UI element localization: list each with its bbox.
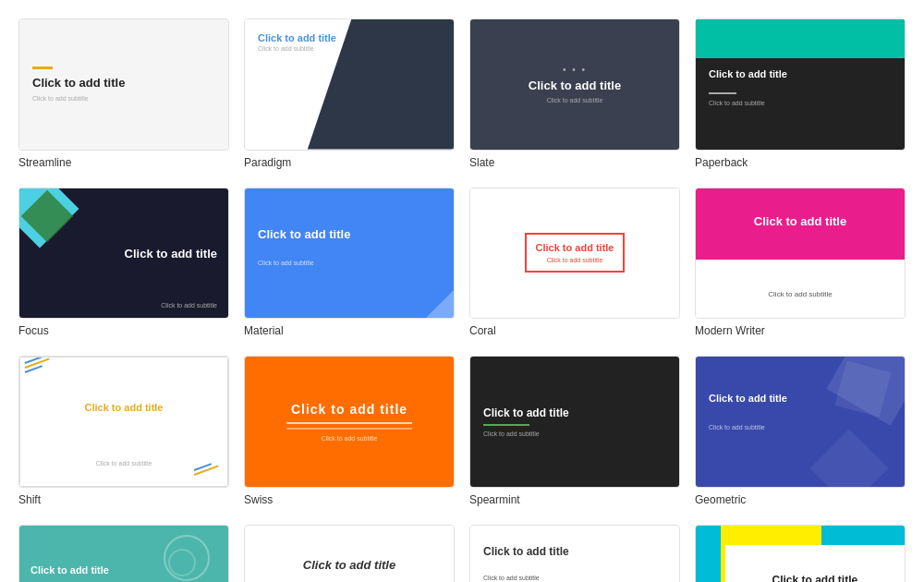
slate-dots: • • • [563, 65, 587, 75]
streamline-subtitle: Click to add subtitle [32, 95, 89, 102]
template-label-material: Material [244, 324, 455, 337]
template-item-beach-day[interactable]: Click to add title Click to add subtitle… [244, 525, 455, 583]
swiss-line1 [286, 422, 412, 424]
paperback-subtitle: Click to add subtitle [709, 100, 765, 106]
template-label-paperback: Paperback [695, 156, 906, 169]
template-item-focus[interactable]: Click to add title Click to add subtitle… [18, 188, 229, 338]
material-corner [426, 290, 454, 318]
template-thumb-beach-day[interactable]: Click to add title Click to add subtitle [244, 525, 455, 583]
template-label-shift: Shift [18, 493, 229, 506]
template-item-spearmint[interactable]: Click to add title Click to add subtitle… [469, 356, 680, 506]
coral-subtitle: Click to add subtitle [536, 257, 614, 263]
template-item-paradigm[interactable]: Click to add title Click to add subtitle… [244, 18, 455, 169]
template-grid: Click to add title Click to add subtitle… [18, 18, 906, 582]
template-item-modern-writer[interactable]: Click to add title Click to add subtitle… [695, 188, 906, 338]
template-thumb-focus[interactable]: Click to add title Click to add subtitle [18, 188, 229, 320]
template-item-shift[interactable]: Click to add title Click to add subtitle… [18, 356, 229, 506]
template-label-slate: Slate [469, 156, 680, 169]
paperback-title: Click to add title [709, 68, 787, 79]
template-item-material[interactable]: Click to add title Click to add subtitle… [244, 188, 455, 338]
paradigm-subtitle: Click to add subtitle [258, 45, 314, 52]
template-thumb-shift[interactable]: Click to add title Click to add subtitle [18, 356, 229, 488]
template-thumb-coral[interactable]: Click to add title Click to add subtitle [469, 188, 680, 320]
template-thumb-paradigm[interactable]: Click to add title Click to add subtitle [244, 18, 455, 151]
shift-subtitle: Click to add subtitle [96, 460, 152, 467]
template-item-coral[interactable]: Click to add title Click to add subtitle… [469, 188, 680, 338]
spearmint-line [483, 424, 529, 426]
shift-title: Click to add title [85, 402, 164, 413]
coral-title: Click to add title [536, 242, 614, 253]
template-item-momentum[interactable]: Click to add title Click to add subtitle… [18, 525, 229, 583]
pop-left-stripe [696, 526, 721, 583]
momentum-title: Click to add title [30, 564, 109, 576]
template-item-paperback[interactable]: Click to add title Click to add subtitle… [695, 18, 906, 169]
geometric-title: Click to add title [709, 393, 787, 404]
beachday-title: Click to add title [303, 558, 395, 572]
template-item-slate[interactable]: • • • Click to add title Click to add su… [469, 18, 680, 169]
plum-title: Click to add title [483, 545, 569, 558]
template-thumb-plum[interactable]: Click to add title Click to add subtitle [469, 525, 680, 583]
template-thumb-spearmint[interactable]: Click to add title Click to add subtitle [469, 356, 680, 488]
template-thumb-modern-writer[interactable]: Click to add title Click to add subtitle [695, 188, 906, 320]
template-thumb-slate[interactable]: • • • Click to add title Click to add su… [469, 18, 680, 151]
pop-title: Click to add title [772, 574, 857, 582]
template-label-modern-writer: Modern Writer [695, 324, 906, 337]
template-item-streamline[interactable]: Click to add title Click to add subtitle… [18, 18, 229, 169]
spearmint-subtitle: Click to add subtitle [483, 430, 540, 437]
paperback-line [709, 92, 736, 94]
template-thumb-streamline[interactable]: Click to add title Click to add subtitle [18, 18, 229, 151]
streamline-title: Click to add title [32, 76, 125, 90]
template-thumb-paperback[interactable]: Click to add title Click to add subtitle [695, 18, 906, 151]
focus-subtitle: Click to add subtitle [161, 302, 217, 309]
modernwriter-title: Click to add title [709, 214, 892, 228]
paperback-top-bar [696, 19, 905, 58]
paradigm-title: Click to add title [258, 32, 336, 43]
template-label-coral: Coral [469, 324, 680, 337]
streamline-accent-line [32, 67, 53, 69]
slate-subtitle: Click to add subtitle [547, 97, 603, 103]
template-thumb-swiss[interactable]: Click to add title Click to add subtitle [244, 356, 455, 488]
template-item-swiss[interactable]: Click to add title Click to add subtitle… [244, 356, 455, 506]
spearmint-title: Click to add title [483, 406, 569, 419]
template-label-swiss: Swiss [244, 493, 455, 506]
coral-box: Click to add title Click to add subtitle [525, 233, 626, 273]
swiss-title: Click to add title [291, 402, 407, 417]
focus-title: Click to add title [125, 246, 217, 260]
shift-lines-bottom-right [194, 469, 220, 479]
swiss-line2 [286, 428, 412, 430]
shift-lines-top-left [25, 362, 57, 376]
slate-title: Click to add title [529, 79, 621, 92]
template-label-focus: Focus [18, 324, 229, 337]
momentum-circle2 [168, 549, 196, 576]
template-thumb-material[interactable]: Click to add title Click to add subtitle [244, 188, 455, 320]
template-item-plum[interactable]: Click to add title Click to add subtitle… [469, 525, 680, 583]
template-label-paradigm: Paradigm [244, 156, 455, 169]
material-title: Click to add title [258, 227, 350, 241]
template-item-geometric[interactable]: Click to add title Click to add subtitle… [695, 356, 906, 506]
template-label-geometric: Geometric [695, 493, 906, 506]
template-thumb-momentum[interactable]: Click to add title Click to add subtitle [18, 525, 229, 583]
swiss-subtitle: Click to add subtitle [322, 435, 378, 442]
template-thumb-geometric[interactable]: Click to add title Click to add subtitle [695, 356, 906, 488]
material-subtitle: Click to add subtitle [258, 260, 314, 266]
template-label-spearmint: Spearmint [469, 493, 680, 506]
geometric-shape3 [810, 429, 889, 486]
pop-white-box: Click to add title [725, 545, 905, 582]
template-item-pop[interactable]: Click to add title Click to add subtitle… [695, 525, 906, 583]
template-thumb-pop[interactable]: Click to add title Click to add subtitle [695, 525, 906, 583]
modernwriter-subtitle: Click to add subtitle [709, 290, 892, 298]
plum-subtitle: Click to add subtitle [483, 575, 540, 581]
template-label-streamline: Streamline [18, 156, 229, 169]
geometric-subtitle: Click to add subtitle [709, 424, 765, 430]
